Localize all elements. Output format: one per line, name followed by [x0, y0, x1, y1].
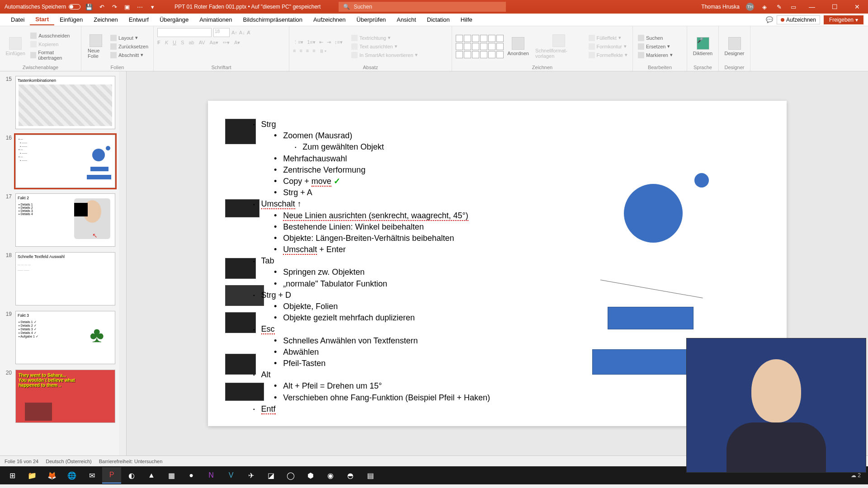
format-painter-button[interactable]: Format übertragen: [29, 49, 77, 61]
shapes-gallery[interactable]: [456, 35, 504, 58]
copy-button[interactable]: Kopieren: [29, 41, 77, 48]
tab-einfuegen[interactable]: Einfügen: [54, 14, 88, 25]
tab-animationen[interactable]: Animationen: [194, 14, 237, 25]
app-icon-3[interactable]: ●: [182, 467, 201, 483]
tab-zeichnen[interactable]: Zeichnen: [88, 14, 123, 25]
reset-button[interactable]: Zurücksetzen: [109, 43, 150, 50]
quick-styles-button[interactable]: Schnellformat-vorlagen: [533, 33, 585, 61]
accessibility-status[interactable]: Barrierefreiheit: Untersuchen: [99, 459, 163, 464]
tab-aufzeichnen[interactable]: Aufzeichnen: [308, 14, 351, 25]
pen-icon[interactable]: ✎: [775, 3, 783, 11]
outlook-icon[interactable]: ✉: [82, 467, 101, 483]
fill-button[interactable]: Fülleffekt▾: [587, 34, 629, 42]
tab-entwurf[interactable]: Entwurf: [123, 14, 154, 25]
more-icon[interactable]: ⋯: [136, 3, 144, 11]
app-icon-6[interactable]: ⬢: [301, 467, 320, 483]
app-icon-2[interactable]: ▦: [162, 467, 181, 483]
visio-icon[interactable]: V: [222, 467, 241, 483]
record-button[interactable]: Aufzeichnen: [777, 15, 820, 24]
minimize-button[interactable]: —: [804, 0, 820, 14]
slide-thumb-15[interactable]: 15 Tastenkombinationen: [0, 73, 119, 132]
slide-counter[interactable]: Folie 16 von 24: [5, 459, 38, 464]
vlc-icon[interactable]: ▲: [142, 467, 161, 483]
shrink-font-icon[interactable]: A↓: [239, 30, 245, 35]
app-icon-1[interactable]: ◐: [122, 467, 141, 483]
tab-start[interactable]: Start: [30, 14, 54, 25]
save-icon[interactable]: 💾: [85, 3, 93, 11]
bold-button[interactable]: F: [157, 40, 160, 46]
replace-button[interactable]: Ersetzen▾: [637, 43, 674, 50]
numbers-icon[interactable]: 1≡▾: [307, 39, 316, 45]
shape-line[interactable]: [600, 280, 703, 298]
user-name[interactable]: Thomas Hruska: [701, 4, 740, 10]
slide-thumb-17[interactable]: 17 Fakt 2 • Details 1• Details 2• Detail…: [0, 191, 119, 249]
underline-button[interactable]: U: [173, 40, 176, 46]
slide-thumb-19[interactable]: 19 Fakt 3 • Details 1 ✓• Details 2 ✓• De…: [0, 308, 119, 367]
grow-font-icon[interactable]: A↑: [231, 30, 237, 35]
undo-icon[interactable]: ↶: [98, 3, 106, 11]
onenote-icon[interactable]: N: [202, 467, 221, 483]
new-slide-button[interactable]: Neue Folie: [85, 33, 107, 61]
outline-button[interactable]: Formkontur▾: [587, 43, 629, 50]
layout-button[interactable]: Layout▾: [109, 34, 150, 42]
thumb-scrollbar[interactable]: [119, 71, 126, 455]
diamond-icon[interactable]: ◈: [760, 3, 769, 11]
paste-button[interactable]: Einfügen: [4, 35, 27, 58]
highlight-icon[interactable]: ✏▾: [223, 40, 230, 46]
telegram-icon[interactable]: ✈: [241, 467, 260, 483]
effects-button[interactable]: Formeffekte▾: [587, 52, 629, 59]
clear-format-icon[interactable]: A̸: [247, 30, 250, 36]
columns-icon[interactable]: ⫼▾: [319, 48, 327, 53]
tab-bildschirm[interactable]: Bildschirmpräsentation: [237, 14, 308, 25]
explorer-icon[interactable]: 📁: [23, 467, 42, 483]
app-icon-7[interactable]: ◉: [321, 467, 340, 483]
find-button[interactable]: Suchen: [637, 34, 674, 42]
start-button[interactable]: ⊞: [3, 467, 22, 483]
tab-uebergaenge[interactable]: Übergänge: [154, 14, 194, 25]
align-center-icon[interactable]: ≡: [299, 48, 302, 53]
slide-thumb-20[interactable]: 20 They went to Sahara...You wouldn´t be…: [0, 367, 119, 426]
search-input[interactable]: 🔍 Suchen: [339, 2, 506, 12]
powerpoint-icon[interactable]: P: [102, 467, 121, 483]
align-right-icon[interactable]: ≡: [306, 48, 309, 53]
linespace-icon[interactable]: ↕≡▾: [335, 39, 343, 45]
autosave-toggle[interactable]: Automatisches Speichern: [5, 4, 80, 10]
shadow-icon[interactable]: ab: [189, 40, 194, 46]
align-text-button[interactable]: Text ausrichten▾: [350, 43, 419, 50]
document-title[interactable]: PPT 01 Roter Faden 001.pptx • Auf "diese…: [175, 4, 321, 10]
section-button[interactable]: Abschnitt▾: [109, 52, 150, 59]
align-left-icon[interactable]: ≡: [293, 48, 296, 53]
font-family-select[interactable]: [157, 28, 212, 37]
strike-button[interactable]: S: [181, 40, 184, 46]
textdir-button[interactable]: Textrichtung▾: [350, 34, 419, 42]
comments-icon[interactable]: 💬: [766, 16, 773, 23]
present-icon[interactable]: ▣: [123, 3, 131, 11]
indent-icon[interactable]: ⇥: [327, 39, 331, 45]
share-button[interactable]: Freigeben▾: [824, 15, 863, 24]
cut-button[interactable]: Ausschneiden: [29, 32, 77, 39]
designer-button[interactable]: Designer: [722, 35, 746, 58]
slide-thumb-16[interactable]: 16 ▪ — • —— • ——▪ — • ——▪ — • ——: [0, 132, 119, 191]
tab-ansicht[interactable]: Ansicht: [392, 14, 422, 25]
tab-datei[interactable]: Datei: [5, 14, 30, 25]
outdent-icon[interactable]: ⇤: [319, 39, 323, 45]
case-icon[interactable]: Aa▾: [209, 40, 218, 46]
chrome-icon[interactable]: 🌐: [62, 467, 81, 483]
spacing-icon[interactable]: AV: [199, 40, 205, 46]
window-icon[interactable]: ▭: [789, 3, 797, 11]
app-icon-8[interactable]: ◓: [341, 467, 360, 483]
shape-rect-1[interactable]: [608, 307, 693, 329]
close-button[interactable]: ✕: [849, 0, 865, 14]
app-icon-4[interactable]: ◪: [261, 467, 280, 483]
justify-icon[interactable]: ≡: [312, 48, 315, 53]
shape-circle-small[interactable]: [694, 173, 709, 188]
weather-tray[interactable]: ☁ 2: [851, 472, 861, 479]
tab-dictation[interactable]: Dictation: [421, 14, 455, 25]
select-button[interactable]: Markieren▾: [637, 52, 674, 59]
bullets-icon[interactable]: ⋮≡▾: [293, 39, 303, 45]
italic-button[interactable]: K: [165, 40, 168, 46]
arrange-button[interactable]: Anordnen: [505, 35, 531, 58]
maximize-button[interactable]: ☐: [826, 0, 843, 14]
tab-hilfe[interactable]: Hilfe: [455, 14, 478, 25]
dictate-button[interactable]: 🎤Diktieren: [691, 35, 715, 58]
